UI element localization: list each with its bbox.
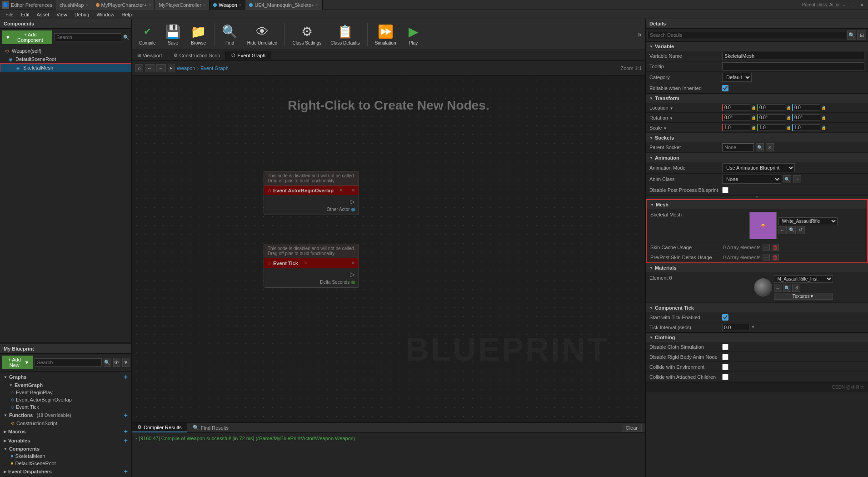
mesh-dropdown[interactable]: White_AssaultRifle xyxy=(778,217,838,225)
disable-cloth-checkbox[interactable] xyxy=(722,344,728,350)
menu-asset[interactable]: Asset xyxy=(33,11,53,18)
component-search-input[interactable] xyxy=(54,33,121,41)
socket-clear-button[interactable]: ✕ xyxy=(766,143,774,151)
section-clothing-header[interactable]: ▼ Clothing xyxy=(646,333,868,342)
menu-window[interactable]: Window xyxy=(93,11,118,18)
tab-close-icon[interactable]: × xyxy=(203,3,205,7)
add-variable-button[interactable]: + xyxy=(124,437,128,444)
add-component-button[interactable]: ▼ + Add Component xyxy=(2,30,52,44)
bp-section-components[interactable]: ▼ Components xyxy=(0,445,131,452)
add-dispatcher-button[interactable]: + xyxy=(124,468,128,475)
tab-find-results[interactable]: 🔍 Find Results xyxy=(187,423,234,432)
tooltip-input[interactable] xyxy=(722,62,864,70)
rot-y-input[interactable] xyxy=(757,114,785,121)
tab-construction-script[interactable]: ⚙ Construction Scrip xyxy=(168,51,226,60)
tab-ue4mannequin[interactable]: UE4_Mannequin_Skeleto+ × xyxy=(245,0,322,10)
hide-unrelated-button[interactable]: 👁 Hide Unrelated xyxy=(244,21,281,47)
menu-file[interactable]: File xyxy=(2,11,17,18)
expand-button[interactable]: » xyxy=(638,30,642,39)
parent-socket-input[interactable] xyxy=(722,143,754,151)
mesh-search-button[interactable]: 🔍 xyxy=(788,226,796,234)
menu-help[interactable]: Help xyxy=(118,11,135,18)
bp-item-defaultsceneroot-var[interactable]: ■ DefaultSceneRoot xyxy=(0,460,131,467)
bp-section-graphs[interactable]: ▼ Graphs + xyxy=(0,372,131,382)
skin-cache-add[interactable]: + xyxy=(763,244,770,251)
section-animation-header[interactable]: ▼ Animation xyxy=(646,153,868,162)
clear-button[interactable]: Clear xyxy=(622,424,642,432)
section-mesh-header[interactable]: ▼ Mesh xyxy=(647,200,867,209)
skin-cache-del[interactable]: 🗑 xyxy=(772,244,779,251)
blueprint-search-input[interactable] xyxy=(35,358,102,367)
section-sockets-header[interactable]: ▼ Sockets xyxy=(646,133,868,142)
tab-viewport[interactable]: ⊞ Viewport xyxy=(132,51,168,60)
tab-close-icon[interactable]: × xyxy=(149,3,151,7)
section-variable-header[interactable]: ▼ Variable xyxy=(646,42,868,51)
bp-section-macros[interactable]: ▶ Macros + xyxy=(0,427,131,436)
bp-settings-icon[interactable]: ▼ xyxy=(122,358,130,367)
component-item-defaultsceneroot[interactable]: ◉ DefaultSceneRoot xyxy=(0,55,131,63)
bp-item-skeletalmesh-var[interactable]: ■ SkeletalMesh xyxy=(0,452,131,460)
simulation-button[interactable]: ⏩ Simulation xyxy=(371,21,400,47)
section-transform-header[interactable]: ▼ Transform xyxy=(646,94,868,103)
start-tick-checkbox[interactable] xyxy=(722,314,728,321)
mesh-back-button[interactable]: ← xyxy=(778,226,787,234)
section-materials-header[interactable]: ▼ Materials xyxy=(646,263,868,272)
component-item-weapon[interactable]: ⚙ Weapon(self) xyxy=(0,47,131,55)
anim-mode-dropdown[interactable]: Use Animation Blueprint xyxy=(722,163,795,172)
bp-section-variables[interactable]: ▶ Variables + xyxy=(0,436,131,445)
textures-button[interactable]: Textures▼ xyxy=(774,293,833,300)
scale-y-input[interactable] xyxy=(757,124,785,131)
component-item-skeletalmesh[interactable]: ◈ SkeletalMesh xyxy=(0,63,131,72)
socket-search-button[interactable]: 🔍 xyxy=(756,143,764,151)
bp-section-dispatchers[interactable]: ▶ Event Dispatchers + xyxy=(0,467,131,476)
mat-back-button[interactable]: ← xyxy=(774,284,782,292)
details-grid-button[interactable]: ⊞ xyxy=(857,30,866,40)
browse-button[interactable]: 📁 Browse xyxy=(187,21,210,47)
loc-x-input[interactable] xyxy=(722,104,750,111)
section-tick-header[interactable]: ▼ Component Tick xyxy=(646,303,868,312)
compile-button[interactable]: ✔ Compile xyxy=(135,21,160,47)
graph-canvas[interactable]: Right-Click to Create New Nodes. BLUEPRI… xyxy=(132,75,645,422)
tab-compiler-results[interactable]: ⚙ Compiler Results xyxy=(132,423,187,432)
add-macro-button[interactable]: + xyxy=(124,428,128,435)
tab-myplayercontroller[interactable]: MyPlayerController × xyxy=(155,0,210,10)
bp-item-constructionscript[interactable]: ⚙ ConstructionScript xyxy=(0,420,131,427)
variable-name-input[interactable] xyxy=(722,52,864,60)
bp-search-icon[interactable]: 🔍 xyxy=(104,358,111,367)
details-search-input[interactable] xyxy=(648,31,846,39)
menu-edit[interactable]: Edit xyxy=(17,11,33,18)
home-button[interactable]: ⌂ xyxy=(135,64,143,72)
disable-rigid-checkbox[interactable] xyxy=(722,354,728,360)
rot-x-input[interactable] xyxy=(722,114,750,121)
anim-class-search[interactable]: 🔍 xyxy=(783,175,791,183)
back-button[interactable]: ← xyxy=(145,64,155,72)
tab-weapon[interactable]: Weapon × xyxy=(210,0,245,10)
bp-item-beginplay[interactable]: ◇ Event BeginPlay xyxy=(0,389,131,396)
menu-view[interactable]: View xyxy=(53,11,71,18)
minimize-button[interactable]: − xyxy=(840,1,848,9)
bp-item-eventtick[interactable]: ◇ Event Tick xyxy=(0,403,131,411)
bp-section-eventgraph[interactable]: ▼ EventGraph xyxy=(0,382,131,389)
tab-close-icon[interactable]: × xyxy=(239,3,241,7)
close-button[interactable]: ✕ xyxy=(858,1,866,9)
bp-item-actorbeginoverlap[interactable]: ◇ Event ActorBeginOverlap xyxy=(0,396,131,403)
forward-button[interactable]: → xyxy=(156,64,166,72)
class-defaults-button[interactable]: 📋 Class Defaults xyxy=(327,21,363,47)
add-new-button[interactable]: + Add New ▼ xyxy=(2,356,33,369)
mat-reset-button[interactable]: ↺ xyxy=(792,284,800,292)
scale-x-input[interactable] xyxy=(722,124,750,131)
maximize-button[interactable]: □ xyxy=(849,1,857,9)
add-function-button[interactable]: + xyxy=(124,412,128,419)
disable-post-checkbox[interactable] xyxy=(722,187,728,193)
play-button[interactable]: ▶ Play xyxy=(402,21,425,47)
anim-class-arrow[interactable]: → xyxy=(793,175,801,183)
loc-y-input[interactable] xyxy=(757,104,785,111)
anim-class-dropdown[interactable]: None xyxy=(722,175,781,184)
mat-search-button[interactable]: 🔍 xyxy=(783,284,791,292)
category-dropdown[interactable]: Default xyxy=(722,73,752,82)
node-close-button[interactable]: ✕ xyxy=(351,188,355,193)
bp-section-functions[interactable]: ▼ Functions (18 Overridable) + xyxy=(0,411,131,420)
rot-z-input[interactable] xyxy=(792,114,820,121)
find-button[interactable]: 🔍 Find xyxy=(218,21,242,47)
tab-event-graph[interactable]: ⬡ Event Graph xyxy=(226,51,271,60)
